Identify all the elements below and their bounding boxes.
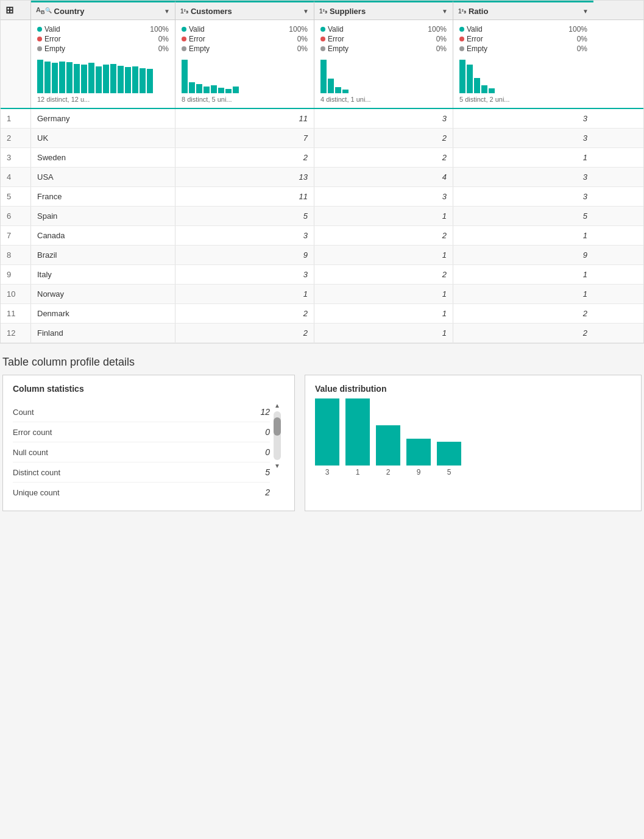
empty-label-c: Empty xyxy=(189,44,295,53)
empty-label-r: Empty xyxy=(467,44,575,53)
col-stats-rows: Count 12 Error count 0 Null count 0 Dist… xyxy=(13,402,270,502)
stat-value: 12 xyxy=(260,407,270,417)
cell-suppliers: 1 xyxy=(314,324,453,342)
stat-value: 5 xyxy=(265,467,270,477)
cell-ratio: 1 xyxy=(453,226,593,245)
scroll-thumb[interactable] xyxy=(274,417,281,436)
row-number: 9 xyxy=(1,265,31,284)
mini-bar xyxy=(132,66,138,93)
table-row[interactable]: 5 France 11 3 3 xyxy=(1,187,643,207)
dist-bar-wrap: 5 xyxy=(437,442,461,476)
mini-bar xyxy=(96,66,102,93)
cell-ratio: 9 xyxy=(453,246,593,264)
dist-bar-wrap: 2 xyxy=(376,425,400,476)
dropdown-arrow-ratio[interactable]: ▼ xyxy=(582,8,589,15)
valid-label-r: Valid xyxy=(467,25,566,34)
cell-ratio: 2 xyxy=(453,304,593,323)
error-label-s: Error xyxy=(328,35,434,43)
country-valid-pct: 100% xyxy=(150,25,169,34)
cell-ratio: 3 xyxy=(453,187,593,206)
mini-bar xyxy=(481,85,487,93)
col-stat-row: Null count 0 xyxy=(13,442,270,462)
table-row[interactable]: 12 Finland 2 1 2 xyxy=(1,324,643,343)
bottom-section: Table column profile details Column stat… xyxy=(0,356,644,511)
table-row[interactable]: 1 Germany 11 3 3 xyxy=(1,109,643,129)
cell-country: Germany xyxy=(31,109,175,128)
row-number: 6 xyxy=(1,207,31,225)
dist-bar-label: 5 xyxy=(447,468,451,476)
column-name-ratio: Ratio xyxy=(469,7,489,16)
error-dot-s xyxy=(320,37,325,41)
table-row[interactable]: 8 Brazil 9 1 9 xyxy=(1,246,643,265)
profile-row-num xyxy=(1,20,31,108)
cell-country: Norway xyxy=(31,285,175,303)
scrollbar[interactable]: ▲ ▼ xyxy=(270,402,285,502)
empty-dot-s xyxy=(320,46,325,51)
scroll-down-icon[interactable]: ▼ xyxy=(274,462,280,469)
ratio-error-pct: 0% xyxy=(577,35,587,43)
error-label: Error xyxy=(44,35,156,43)
column-name-suppliers: Suppliers xyxy=(330,7,366,16)
profile-customers: Valid 100% Error 0% Empty 0% 8 distinct,… xyxy=(175,20,314,108)
table-row[interactable]: 11 Denmark 2 1 2 xyxy=(1,304,643,324)
row-number: 10 xyxy=(1,285,31,303)
row-number: 12 xyxy=(1,324,31,342)
row-number: 11 xyxy=(1,304,31,323)
column-header-row: ⊞ AB🔍 Country ▼ 1²₃ Customers ▼ 1²₃ Supp… xyxy=(1,1,643,20)
table-row[interactable]: 2 UK 7 2 3 xyxy=(1,129,643,148)
dist-bar-label: 3 xyxy=(325,468,330,476)
column-header-customers[interactable]: 1²₃ Customers ▼ xyxy=(175,1,314,19)
valid-dot-s xyxy=(320,27,325,32)
profile-ratio: Valid 100% Error 0% Empty 0% 5 distinct,… xyxy=(453,20,593,108)
table-row[interactable]: 7 Canada 3 2 1 xyxy=(1,226,643,246)
col-stat-row: Error count 0 xyxy=(13,422,270,442)
mini-bar xyxy=(37,60,43,93)
cell-customers: 2 xyxy=(175,304,314,323)
scroll-up-icon[interactable]: ▲ xyxy=(274,402,280,409)
cell-ratio: 2 xyxy=(453,324,593,342)
error-label-r: Error xyxy=(467,35,575,43)
stat-value: 2 xyxy=(265,487,270,497)
scroll-track[interactable] xyxy=(274,411,281,460)
data-rows-container: 1 Germany 11 3 3 2 UK 7 2 3 3 Sweden 2 2… xyxy=(1,109,643,343)
cell-country: UK xyxy=(31,129,175,147)
mini-bar xyxy=(140,68,146,93)
table-row[interactable]: 10 Norway 1 1 1 xyxy=(1,285,643,304)
cell-country: Finland xyxy=(31,324,175,342)
cell-customers: 3 xyxy=(175,265,314,284)
cell-suppliers: 2 xyxy=(314,265,453,284)
table-row[interactable]: 3 Sweden 2 2 1 xyxy=(1,148,643,168)
profile-country: Valid 100% Error 0% Empty 0% 12 distinct… xyxy=(31,20,175,108)
dropdown-arrow-country[interactable]: ▼ xyxy=(164,8,170,15)
col-stat-row: Unique count 2 xyxy=(13,483,270,502)
column-header-ratio[interactable]: 1²₃ Ratio ▼ xyxy=(453,1,593,19)
mini-bar xyxy=(125,67,131,93)
dist-bar xyxy=(437,442,461,466)
dropdown-arrow-suppliers[interactable]: ▼ xyxy=(442,8,448,15)
mini-bar xyxy=(474,78,480,93)
dist-bar-wrap: 1 xyxy=(345,398,370,476)
table-row[interactable]: 6 Spain 5 1 5 xyxy=(1,207,643,226)
empty-dot xyxy=(37,46,42,51)
cell-country: USA xyxy=(31,168,175,186)
dropdown-arrow-customers[interactable]: ▼ xyxy=(303,8,309,15)
cell-customers: 1 xyxy=(175,285,314,303)
column-header-suppliers[interactable]: 1²₃ Suppliers ▼ xyxy=(314,1,453,19)
suppliers-valid-pct: 100% xyxy=(428,25,447,34)
cell-suppliers: 2 xyxy=(314,129,453,147)
val-dist-panel: Value distribution 31295 xyxy=(305,375,642,511)
customers-mini-chart xyxy=(182,57,308,93)
col-stats-panel: Column statistics Count 12 Error count 0… xyxy=(2,375,295,511)
table-row[interactable]: 4 USA 13 4 3 xyxy=(1,168,643,187)
cell-suppliers: 2 xyxy=(314,226,453,245)
suppliers-mini-chart xyxy=(320,57,447,93)
customers-valid-pct: 100% xyxy=(289,25,308,34)
mini-bar xyxy=(218,88,224,93)
table-row[interactable]: 9 Italy 3 2 1 xyxy=(1,265,643,285)
number-type-icon-ratio: 1²₃ xyxy=(458,8,466,15)
cell-ratio: 1 xyxy=(453,148,593,167)
ratio-valid-pct: 100% xyxy=(568,25,587,34)
column-header-country[interactable]: AB🔍 Country ▼ xyxy=(31,1,175,19)
customers-empty-pct: 0% xyxy=(297,44,308,53)
table-icon: ⊞ xyxy=(5,4,13,16)
